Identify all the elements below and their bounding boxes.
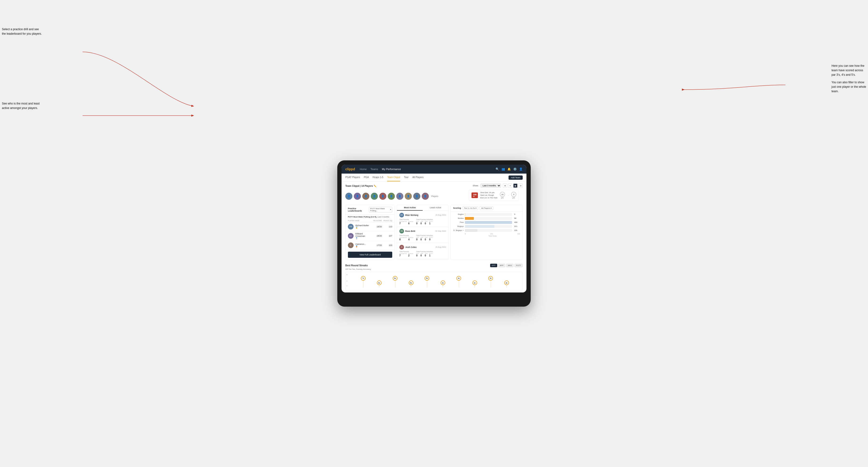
bell-icon[interactable]: 🔔 bbox=[507, 167, 511, 171]
card-view-icon[interactable]: ▦ bbox=[513, 184, 518, 188]
period-select[interactable]: Last 3 months Last 6 months Last year bbox=[480, 184, 501, 188]
nav-home[interactable]: Home bbox=[360, 168, 367, 170]
streak-line-1 bbox=[363, 278, 364, 287]
dropdown-chevron-icon: ▾ bbox=[390, 209, 391, 211]
leaderboard-row-1[interactable]: RB Richard Butler 🥇 19/20 110 bbox=[346, 222, 395, 231]
nav-teams[interactable]: Teams bbox=[371, 168, 378, 170]
streak-filter-arg[interactable]: ARG bbox=[506, 264, 514, 267]
least-active-tab[interactable]: Least Active bbox=[423, 205, 448, 211]
team-header: Team Clippd | 14 Players ✏️ Show: Last 3… bbox=[342, 182, 526, 190]
y-label-bot: 2 bbox=[346, 285, 347, 286]
score-info: Shot Dist: 16 yds Start Lie: Rough End L… bbox=[480, 191, 497, 199]
grid-view-icon[interactable]: ⊞ bbox=[503, 184, 507, 188]
activity-date-3: 26 Aug 2023 bbox=[435, 246, 446, 248]
chart-val-pars: 499 bbox=[514, 221, 520, 223]
scoring-filter-par[interactable]: Par 3, 4 & 5s ▾ bbox=[463, 206, 478, 210]
settings-icon[interactable]: ⚙️ bbox=[513, 167, 517, 171]
medal-2: 🥈 bbox=[355, 237, 371, 239]
streak-filter-app[interactable]: APP bbox=[498, 264, 505, 267]
total-rounds-group-2: Total Rounds Tournament 8 Practice 4 bbox=[399, 235, 413, 241]
lb-avatar-3: C bbox=[348, 243, 353, 248]
player-avatar-8[interactable]: 👤 bbox=[405, 193, 412, 200]
practice-activities-group-2: Total Practice Activities OTT 0 APP 0 bbox=[416, 235, 433, 241]
team-title: Team Clippd | 14 Players ✏️ bbox=[345, 185, 376, 187]
player-avatar-2[interactable]: 👤 bbox=[354, 193, 361, 200]
chart-bar-wrap-birdies bbox=[465, 217, 512, 220]
leaderboard-row-2[interactable]: EC Edward Crossman 🥈 18/20 107 bbox=[346, 231, 395, 241]
tablet-screen: clippd Home Teams My Performance 🔍 👥 🔔 ⚙… bbox=[342, 165, 526, 292]
lb-name-3: Cameron... 🥉 bbox=[355, 243, 371, 247]
main-content: Practice Leaderboards PUTT Must Make Put… bbox=[342, 205, 526, 262]
view-full-leaderboard-button[interactable]: View Full Leaderboard bbox=[348, 252, 392, 258]
streak-filter-ott[interactable]: OTT bbox=[490, 264, 497, 267]
people-icon[interactable]: 👥 bbox=[501, 167, 505, 171]
streak-line-4 bbox=[411, 283, 411, 287]
annotation-top-right: Here you can see how the team have score… bbox=[832, 64, 866, 94]
player-avatar-3[interactable]: 👤 bbox=[362, 193, 369, 200]
activity-panel: Most Active Least Active BM Blair McHarg… bbox=[397, 205, 448, 260]
player-avatar-7[interactable]: 👤 bbox=[396, 193, 403, 200]
chart-row-d-bogeys: D. Bogeys + 131 bbox=[453, 229, 520, 232]
tournament-stat-2: Tournament 8 bbox=[399, 237, 407, 241]
scoring-filter-players[interactable]: All Players ▾ bbox=[479, 206, 493, 210]
chart-val-eagles: 3 bbox=[514, 213, 520, 215]
chart-label-eagles: Eagles bbox=[453, 213, 464, 215]
activity-player-2: RB Rees Britt bbox=[399, 229, 415, 234]
sub-nav-team-clippd[interactable]: Team Clippd bbox=[387, 174, 400, 181]
ott-stat-3: OTT 0 bbox=[416, 253, 419, 257]
leaderboard-row-3[interactable]: C Cameron... 🥉 17/20 103 bbox=[346, 241, 395, 250]
streaks-header: Best Round Streaks OTT APP ARG PUTT bbox=[345, 264, 523, 267]
user-icon[interactable]: 👤 bbox=[519, 167, 523, 171]
team-title-area: Team Clippd | 14 Players ✏️ bbox=[345, 184, 376, 188]
practice-activities-label-1: Total Practice Activities bbox=[416, 219, 433, 220]
sub-nav-all-players[interactable]: All Players bbox=[412, 174, 423, 181]
y-label-top: 6 bbox=[346, 274, 347, 276]
sub-nav-hcaps[interactable]: Hcaps 1-5 bbox=[373, 174, 383, 181]
table-view-icon[interactable]: ⊟ bbox=[519, 184, 523, 188]
sub-nav-tour[interactable]: Tour bbox=[404, 174, 408, 181]
player-avatar-5[interactable]: 👤 bbox=[379, 193, 386, 200]
streak-filter-putt[interactable]: PUTT bbox=[515, 264, 523, 267]
sub-navigation: PGAT Players PGA Hcaps 1-5 Team Clippd T… bbox=[342, 174, 526, 182]
right-circle: 0 bbox=[511, 192, 516, 197]
leaderboard-dropdown[interactable]: PUTT Must Make Putting... ▾ bbox=[369, 207, 392, 213]
player-avatar-9[interactable]: 👤 bbox=[413, 193, 420, 200]
add-team-button[interactable]: Add Team bbox=[508, 176, 523, 180]
app-stat-2: APP 0 bbox=[420, 237, 423, 241]
chart-row-eagles: Eagles 3 bbox=[453, 213, 520, 216]
most-active-tab[interactable]: Most Active bbox=[397, 205, 423, 211]
activity-tabs: Most Active Least Active bbox=[397, 205, 448, 211]
nav-my-performance[interactable]: My Performance bbox=[382, 168, 401, 170]
y-label-mid: 4 bbox=[346, 280, 347, 282]
list-view-icon[interactable]: ≡ bbox=[508, 184, 512, 188]
activity-card-header-1: BM Blair McHarg 26 Aug 2023 bbox=[399, 213, 446, 217]
streak-line-3 bbox=[395, 278, 395, 287]
streak-line-9 bbox=[491, 278, 491, 287]
putt-stat-1: PUTT 1 bbox=[429, 221, 433, 225]
annotation-bottom-left: See who is the most and least active amo… bbox=[2, 101, 40, 111]
player-avatar-6[interactable]: 👤 bbox=[388, 193, 395, 200]
player-avatar-1[interactable]: 👤 bbox=[345, 193, 352, 200]
player-avatar-10[interactable]: 👤 bbox=[422, 193, 429, 200]
left-circle: 16 bbox=[500, 192, 505, 197]
activity-avatar-2: RB bbox=[399, 229, 404, 234]
activity-card-2: RB Rees Britt 02 Sep 2023 Total Rounds T… bbox=[397, 227, 448, 243]
chart-label-birdies: Birdies bbox=[453, 217, 464, 219]
streaks-filters: OTT APP ARG PUTT bbox=[490, 264, 523, 267]
leaderboard-subtitle: PUTT Must Make Putting (3-6 ft), Last 3 … bbox=[346, 215, 395, 219]
chart-bar-birdies bbox=[465, 217, 474, 220]
streak-line-6 bbox=[443, 283, 443, 287]
sub-nav-pga[interactable]: PGA bbox=[364, 174, 369, 181]
scoring-title: Scoring bbox=[453, 207, 461, 209]
search-icon[interactable]: 🔍 bbox=[496, 167, 499, 171]
show-label: Show: bbox=[473, 184, 478, 187]
activity-avatar-3: JC bbox=[399, 245, 404, 250]
total-rounds-values-1: Tournament 7 Practice 6 bbox=[399, 221, 413, 225]
activity-card-header-3: JC Josh Coles 26 Aug 2023 bbox=[399, 245, 446, 250]
chart-label-d-bogeys: D. Bogeys + bbox=[453, 229, 464, 231]
lb-avatar-2: EC bbox=[348, 233, 353, 239]
chart-val-d-bogeys: 131 bbox=[514, 229, 520, 231]
player-avatar-4[interactable]: 👤 bbox=[371, 193, 378, 200]
ott-stat-2: OTT 0 bbox=[416, 237, 419, 241]
sub-nav-pgat[interactable]: PGAT Players bbox=[345, 174, 360, 181]
